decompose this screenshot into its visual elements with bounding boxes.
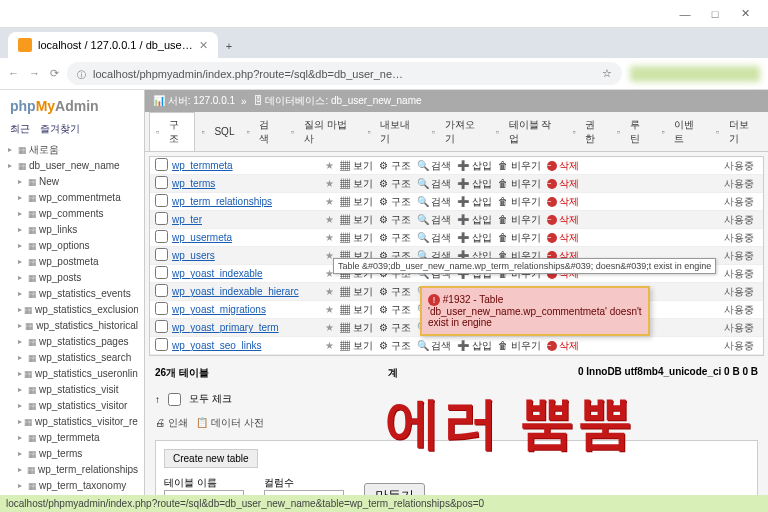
struct-link[interactable]: ⚙ 구조 [379, 285, 411, 299]
struct-link[interactable]: ⚙ 구조 [379, 303, 411, 317]
row-check[interactable] [155, 158, 168, 171]
tab-4[interactable]: ▫내보내기 [362, 112, 426, 151]
table-link[interactable]: wp_users [172, 250, 322, 261]
table-link[interactable]: wp_term_relationships [172, 196, 322, 207]
row-check[interactable] [155, 212, 168, 225]
view-link[interactable]: ▦ 보기 [340, 231, 373, 245]
insert-link[interactable]: ➕ 삽입 [457, 231, 492, 245]
tree-node[interactable]: ▸▦ db_user_new_name [6, 158, 138, 174]
row-check[interactable] [155, 194, 168, 207]
star-icon[interactable]: ★ [322, 304, 336, 315]
tree-node[interactable]: ▸▦ wp_term_relationships [6, 462, 138, 478]
reload-icon[interactable]: ⟳ [50, 67, 59, 80]
back-icon[interactable]: ← [8, 67, 19, 80]
dict-link[interactable]: 데이터 사전 [211, 417, 264, 428]
table-link[interactable]: wp_yoast_seo_links [172, 340, 322, 351]
star-icon[interactable]: ★ [322, 214, 336, 225]
view-link[interactable]: ▦ 보기 [340, 339, 373, 353]
star-icon[interactable]: ★ [322, 196, 336, 207]
star-icon[interactable]: ★ [322, 286, 336, 297]
search-link[interactable]: 🔍 검색 [417, 213, 452, 227]
min-button[interactable]: — [670, 2, 700, 26]
row-check[interactable] [155, 248, 168, 261]
tree-node[interactable]: ▸▦ wp_commentmeta [6, 190, 138, 206]
tab-6[interactable]: ▫테이블 작업 [490, 112, 567, 151]
struct-link[interactable]: ⚙ 구조 [379, 321, 411, 335]
empty-link[interactable]: 🗑 비우기 [498, 339, 541, 353]
star-icon[interactable]: ★ [322, 160, 336, 171]
empty-link[interactable]: 🗑 비우기 [498, 213, 541, 227]
recent-tab[interactable]: 최근 [10, 122, 30, 136]
tab-5[interactable]: ▫가져오기 [426, 112, 490, 151]
struct-link[interactable]: ⚙ 구조 [379, 213, 411, 227]
struct-link[interactable]: ⚙ 구조 [379, 195, 411, 209]
tree-node[interactable]: ▸▦ wp_termmeta [6, 430, 138, 446]
table-link[interactable]: wp_yoast_primary_term [172, 322, 322, 333]
search-link[interactable]: 🔍 검색 [417, 159, 452, 173]
tree-node[interactable]: ▸▦ 새로움 [6, 142, 138, 158]
star-icon[interactable]: ★ [322, 232, 336, 243]
insert-link[interactable]: ➕ 삽입 [457, 195, 492, 209]
fwd-icon[interactable]: → [29, 67, 40, 80]
star-icon[interactable]: ★ [322, 340, 336, 351]
tree-node[interactable]: ▸▦ wp_statistics_useronline [6, 366, 138, 382]
tree-node[interactable]: ▸▦ wp_term_taxonomy [6, 478, 138, 494]
row-check[interactable] [155, 230, 168, 243]
table-link[interactable]: wp_usermeta [172, 232, 322, 243]
tree-node[interactable]: ▸▦ wp_options [6, 238, 138, 254]
close-button[interactable]: ✕ [730, 2, 760, 26]
max-button[interactable]: □ [700, 2, 730, 26]
tree-node[interactable]: ▸▦ New [6, 174, 138, 190]
tree-node[interactable]: ▸▦ wp_statistics_visit [6, 382, 138, 398]
search-link[interactable]: 🔍 검색 [417, 195, 452, 209]
browser-tab[interactable]: localhost / 127.0.0.1 / db_use… ✕ [8, 32, 218, 58]
view-link[interactable]: ▦ 보기 [340, 213, 373, 227]
tab-1[interactable]: ▫SQL [195, 112, 240, 151]
del-link[interactable]: − 삭제 [547, 159, 579, 173]
view-link[interactable]: ▦ 보기 [340, 177, 373, 191]
search-link[interactable]: 🔍 검색 [417, 339, 452, 353]
tree-node[interactable]: ▸▦ wp_statistics_exclusions [6, 302, 138, 318]
struct-link[interactable]: ⚙ 구조 [379, 177, 411, 191]
print-link[interactable]: 인쇄 [168, 417, 188, 428]
star-icon[interactable]: ☆ [602, 67, 612, 80]
star-icon[interactable]: ★ [322, 322, 336, 333]
tab-0[interactable]: ▫구조 [149, 112, 195, 151]
row-check[interactable] [155, 338, 168, 351]
row-check[interactable] [155, 266, 168, 279]
search-link[interactable]: 🔍 검색 [417, 231, 452, 245]
row-check[interactable] [155, 284, 168, 297]
tree-node[interactable]: ▸▦ wp_statistics_visitor [6, 398, 138, 414]
row-check[interactable] [155, 176, 168, 189]
tab-7[interactable]: ▫권한 [567, 112, 611, 151]
server-crumb[interactable]: 📊 서버: 127.0.0.1 [153, 94, 235, 108]
view-link[interactable]: ▦ 보기 [340, 321, 373, 335]
fav-tab[interactable]: 즐겨찾기 [40, 122, 80, 136]
tree-node[interactable]: ▸▦ wp_statistics_search [6, 350, 138, 366]
table-link[interactable]: wp_yoast_indexable_hierarc [172, 286, 322, 297]
tree-node[interactable]: ▸▦ wp_postmeta [6, 254, 138, 270]
row-check[interactable] [155, 320, 168, 333]
tab-9[interactable]: ▫이벤트 [655, 112, 709, 151]
del-link[interactable]: − 삭제 [547, 177, 579, 191]
empty-link[interactable]: 🗑 비우기 [498, 177, 541, 191]
tree-node[interactable]: ▸▦ wp_posts [6, 270, 138, 286]
tab-10[interactable]: ▫더보기 [710, 112, 764, 151]
table-link[interactable]: wp_termmeta [172, 160, 322, 171]
del-link[interactable]: − 삭제 [547, 195, 579, 209]
struct-link[interactable]: ⚙ 구조 [379, 339, 411, 353]
checkall-box[interactable] [168, 393, 181, 406]
view-link[interactable]: ▦ 보기 [340, 195, 373, 209]
search-link[interactable]: 🔍 검색 [417, 177, 452, 191]
table-link[interactable]: wp_yoast_migrations [172, 304, 322, 315]
tree-node[interactable]: ▸▦ wp_statistics_events [6, 286, 138, 302]
del-link[interactable]: − 삭제 [547, 339, 579, 353]
table-link[interactable]: wp_ter [172, 214, 322, 225]
tab-8[interactable]: ▫루틴 [611, 112, 655, 151]
tab-2[interactable]: ▫검색 [240, 112, 284, 151]
tree-node[interactable]: ▸▦ wp_links [6, 222, 138, 238]
empty-link[interactable]: 🗑 비우기 [498, 231, 541, 245]
empty-link[interactable]: 🗑 비우기 [498, 159, 541, 173]
tab-3[interactable]: ▫질의 마법사 [285, 112, 362, 151]
db-crumb[interactable]: 🗄 데이터베이스: db_user_new_name [253, 94, 422, 108]
